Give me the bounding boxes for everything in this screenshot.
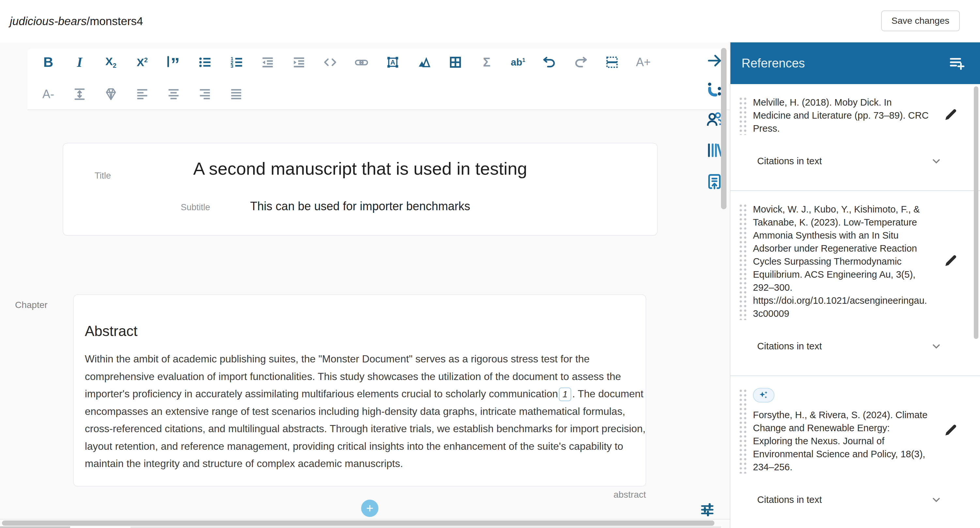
project-name: judicious-bears — [10, 15, 86, 28]
edit-reference-button[interactable] — [943, 253, 958, 270]
title-card: Title A second manuscript that is used i… — [63, 143, 658, 236]
formatting-toolbar: B I X2 X2 ” 123 A — [27, 49, 730, 110]
ai-generated-badge — [753, 388, 775, 403]
section-heading[interactable]: Abstract — [85, 323, 137, 339]
library-icon — [706, 141, 723, 159]
text-frame-button[interactable]: A — [377, 51, 409, 73]
references-panel-title: References — [741, 42, 805, 84]
document-title-field[interactable]: A second manuscript that is used in test… — [63, 159, 657, 179]
chevron-down-icon — [931, 494, 942, 506]
justify-button[interactable] — [221, 83, 252, 105]
align-left-icon — [135, 87, 150, 102]
equation-button[interactable]: Σ — [471, 51, 503, 73]
drag-handle-icon[interactable] — [738, 96, 747, 135]
outdent-icon — [260, 55, 275, 70]
image-button[interactable] — [409, 51, 440, 73]
toolbar-row-2: A- — [33, 83, 252, 105]
breadcrumb: judicious-bears/monsters4 — [10, 0, 143, 42]
chevron-down-icon — [931, 155, 942, 167]
footnote-icon: ab1 — [511, 57, 525, 68]
references-scrollbar[interactable] — [974, 86, 978, 339]
abstract-paragraph[interactable]: Within the ambit of academic publishing … — [85, 350, 646, 473]
font-increase-button[interactable]: A+ — [628, 51, 659, 73]
drag-handle-icon[interactable] — [738, 203, 747, 320]
bullet-list-button[interactable] — [189, 51, 221, 73]
references-header: References — [730, 42, 980, 84]
link-button[interactable] — [346, 51, 377, 73]
edit-reference-button[interactable] — [943, 422, 958, 439]
reference-item: Forsythe, H., & Rivera, S. (2024). Clima… — [730, 376, 980, 528]
table-icon — [448, 55, 463, 70]
pencil-icon — [943, 422, 958, 438]
code-button[interactable] — [315, 51, 346, 73]
font-increase-icon: A+ — [636, 55, 651, 69]
citations-toggle-label: Citations in text — [757, 341, 822, 352]
subscript-icon: X2 — [105, 55, 116, 70]
italic-icon: I — [77, 54, 82, 70]
drag-handle-icon[interactable] — [738, 388, 747, 474]
redo-icon — [573, 55, 588, 70]
sparkles-icon — [758, 390, 769, 401]
citations-toggle-label: Citations in text — [757, 156, 822, 166]
image-icon — [417, 55, 432, 70]
citation-chip[interactable]: 1 — [559, 387, 571, 401]
gem-icon — [103, 87, 118, 102]
citations-toggle[interactable]: Citations in text — [757, 494, 942, 506]
pencil-icon — [943, 253, 958, 269]
citations-toggle-label: Citations in text — [757, 495, 822, 505]
window-scrollbar-segment[interactable] — [0, 526, 70, 528]
bold-button[interactable]: B — [33, 51, 64, 73]
footnote-button[interactable]: ab1 — [503, 51, 534, 73]
toolbar-row-1: B I X2 X2 ” 123 A — [33, 51, 659, 73]
outline-icon — [706, 81, 723, 98]
arrow-right-icon — [706, 52, 723, 69]
bullet-list-icon — [197, 55, 212, 70]
align-center-button[interactable] — [158, 83, 189, 105]
citations-toggle[interactable]: Citations in text — [757, 155, 942, 167]
italic-button[interactable]: I — [64, 51, 95, 73]
align-right-button[interactable] — [189, 83, 221, 105]
document-subtitle-field[interactable]: This can be used for importer benchmarks — [63, 200, 657, 213]
playlist-add-icon — [949, 55, 965, 71]
chapter-card: Abstract Within the ambit of academic pu… — [73, 294, 646, 487]
chevron-down-icon — [931, 340, 942, 352]
superscript-button[interactable]: X2 — [127, 51, 158, 73]
horizontal-scrollbar-thumb[interactable] — [2, 520, 714, 526]
citations-toggle[interactable]: Citations in text — [757, 340, 942, 352]
numbered-list-button[interactable]: 123 — [221, 51, 252, 73]
reference-text: Forsythe, H., & Rivera, S. (2024). Clima… — [753, 408, 931, 474]
redo-button[interactable] — [565, 51, 597, 73]
document-export-icon — [706, 173, 723, 190]
editor-settings-button[interactable] — [699, 502, 716, 519]
superscript-icon: X2 — [137, 56, 148, 69]
table-borders-button[interactable] — [597, 51, 628, 73]
blockquote-button[interactable]: ” — [158, 51, 189, 73]
undo-icon — [542, 55, 557, 70]
font-decrease-button[interactable]: A- — [33, 83, 64, 105]
save-changes-button[interactable]: Save changes — [881, 10, 960, 31]
line-height-icon — [72, 87, 87, 102]
reference-text: Melville, H. (2018). Moby Dick. In Medic… — [753, 96, 931, 135]
edit-reference-button[interactable] — [943, 107, 958, 124]
numbered-list-icon: 123 — [229, 55, 244, 70]
subscript-button[interactable]: X2 — [95, 51, 127, 73]
bold-icon: B — [43, 54, 53, 70]
undo-button[interactable] — [534, 51, 565, 73]
editor-vertical-scrollbar[interactable] — [721, 48, 727, 209]
blockquote-icon: ” — [167, 56, 180, 68]
outdent-button[interactable] — [252, 51, 283, 73]
field-tag: abstract — [548, 490, 646, 500]
indent-button[interactable] — [283, 51, 315, 73]
add-block-button[interactable]: + — [361, 499, 379, 517]
table-button[interactable] — [440, 51, 471, 73]
align-left-button[interactable] — [127, 83, 158, 105]
add-reference-button[interactable] — [949, 55, 965, 72]
reference-item: Movick, W. J., Kubo, Y., Kishimoto, F., … — [730, 191, 980, 376]
code-icon — [323, 55, 338, 70]
window-scrollbar-track — [130, 526, 721, 528]
line-height-button[interactable] — [64, 83, 95, 105]
reference-text: Movick, W. J., Kubo, Y., Kishimoto, F., … — [753, 203, 931, 320]
gem-button[interactable] — [95, 83, 127, 105]
font-decrease-icon: A- — [42, 87, 54, 101]
app-window: judicious-bears/monsters4 Save changes B… — [0, 0, 980, 528]
